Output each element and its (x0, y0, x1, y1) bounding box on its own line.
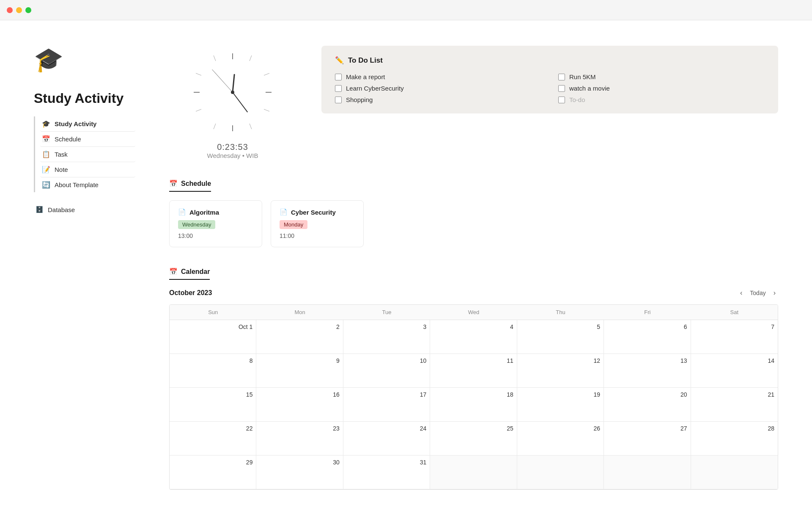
calendar-body: Oct 123456789101112131415161718192021222… (170, 320, 778, 489)
cal-cell-4[interactable]: 4 (430, 320, 517, 354)
clock-container: 0:23:53 Wednesday • WIB (169, 46, 296, 159)
titlebar (0, 0, 812, 20)
clock-time: 0:23:53 (217, 142, 248, 152)
sidebar-item-study-activity[interactable]: 🎓 Study Activity (40, 116, 135, 132)
day-name-thu: Thu (517, 305, 604, 320)
todo-label: watch a movie (569, 85, 610, 92)
cal-cell-17[interactable]: 17 (343, 388, 430, 422)
cal-date-number: 19 (521, 391, 600, 398)
clock-day: Wednesday • WIB (207, 152, 258, 159)
cal-cell-31[interactable]: 31 (343, 456, 430, 489)
calendar-tab[interactable]: 📅 Calendar (169, 268, 210, 280)
cal-cell-13[interactable]: 13 (604, 354, 691, 388)
schedule-tab[interactable]: 📅 Schedule (169, 179, 211, 192)
card-title-label: Cyber Security (291, 209, 336, 216)
day-badge-algoritma: Wednesday (178, 220, 215, 229)
database-icon: 🗄️ (36, 206, 44, 213)
todo-label: Make a report (346, 73, 385, 80)
cal-cell-24[interactable]: 24 (343, 422, 430, 456)
cal-cell-27[interactable]: 27 (604, 422, 691, 456)
todo-label: Learn CyberSecurity (346, 85, 404, 92)
svg-line-10 (250, 124, 252, 129)
schedule-tab-label: Schedule (181, 180, 211, 188)
cal-cell-empty-end (691, 456, 778, 489)
calendar-month: October 2023 (169, 289, 212, 297)
day-name-mon: Mon (256, 305, 343, 320)
sidebar-item-label: Schedule (55, 135, 81, 143)
card-time-cyber-security: 11:00 (280, 232, 355, 239)
sidebar-database[interactable]: 🗄️ Database (34, 202, 135, 217)
minimize-button[interactable] (16, 7, 22, 13)
todo-checkbox-run-5km[interactable] (558, 74, 565, 80)
cal-cell-2[interactable]: 2 (256, 320, 343, 354)
calendar-days-header: Sun Mon Tue Wed Thu Fri Sat (170, 305, 778, 320)
sidebar-item-about-template[interactable]: 🔄 About Template (40, 177, 135, 192)
cal-date-number: 21 (694, 391, 774, 398)
svg-line-7 (264, 109, 269, 111)
calendar-tab-icon: 📅 (169, 268, 178, 276)
clock-svg (186, 46, 279, 139)
maximize-button[interactable] (25, 7, 31, 13)
cal-cell-23[interactable]: 23 (256, 422, 343, 456)
todo-checkbox-todo[interactable] (558, 97, 565, 103)
cal-cell-16[interactable]: 16 (256, 388, 343, 422)
day-badge-cyber-security: Monday (280, 220, 307, 229)
cal-cell-14[interactable]: 14 (691, 354, 778, 388)
calendar-next-button[interactable]: › (771, 288, 778, 298)
cal-cell-1[interactable]: Oct 1 (170, 320, 256, 354)
cal-cell-22[interactable]: 22 (170, 422, 256, 456)
cal-cell-28[interactable]: 28 (691, 422, 778, 456)
sidebar-item-label: About Template (55, 181, 99, 188)
cal-cell-8[interactable]: 8 (170, 354, 256, 388)
cal-cell-30[interactable]: 30 (256, 456, 343, 489)
todo-panel: ✏️ To Do List Make a report Run 5KM Lear… (321, 46, 778, 113)
todo-item-run-5km: Run 5KM (558, 73, 765, 80)
todo-checkbox-shopping[interactable] (335, 97, 342, 103)
note-icon: 📝 (42, 166, 50, 174)
cal-cell-29[interactable]: 29 (170, 456, 256, 489)
sidebar-title: Study Activity (34, 91, 135, 106)
cal-date-number: 5 (521, 323, 600, 330)
todo-grid: Make a report Run 5KM Learn CyberSecurit… (335, 73, 765, 103)
sidebar-item-note[interactable]: 📝 Note (40, 162, 135, 177)
cal-cell-10[interactable]: 10 (343, 354, 430, 388)
cal-cell-12[interactable]: 12 (517, 354, 604, 388)
cal-date-number: 31 (347, 459, 426, 466)
cal-cell-9[interactable]: 9 (256, 354, 343, 388)
cal-cell-3[interactable]: 3 (343, 320, 430, 354)
cal-date-number: 26 (521, 425, 600, 432)
cal-cell-19[interactable]: 19 (517, 388, 604, 422)
sidebar-item-schedule[interactable]: 📅 Schedule (40, 132, 135, 147)
cal-cell-15[interactable]: 15 (170, 388, 256, 422)
schedule-icon: 📅 (42, 135, 50, 143)
day-name-sat: Sat (691, 305, 778, 320)
svg-line-9 (196, 109, 201, 111)
cal-date-number: 18 (433, 391, 513, 398)
day-name-sun: Sun (170, 305, 256, 320)
cal-cell-7[interactable]: 7 (691, 320, 778, 354)
cal-cell-6[interactable]: 6 (604, 320, 691, 354)
about-icon: 🔄 (42, 181, 50, 189)
cal-cell-21[interactable]: 21 (691, 388, 778, 422)
sidebar-item-task[interactable]: 📋 Task (40, 147, 135, 162)
todo-item-make-report: Make a report (335, 73, 541, 80)
cal-cell-26[interactable]: 26 (517, 422, 604, 456)
todo-checkbox-make-report[interactable] (335, 74, 342, 80)
main-content: 0:23:53 Wednesday • WIB ✏️ To Do List Ma… (152, 46, 778, 490)
cal-date-number: Oct 1 (173, 323, 252, 330)
sidebar-nav: 🎓 Study Activity 📅 Schedule 📋 Task 📝 Not… (34, 116, 135, 192)
cal-cell-11[interactable]: 11 (430, 354, 517, 388)
cal-cell-25[interactable]: 25 (430, 422, 517, 456)
todo-checkbox-learn-cybersecurity[interactable] (335, 85, 342, 92)
sidebar: 🎓 Study Activity 🎓 Study Activity 📅 Sche… (34, 46, 152, 490)
schedule-cards: 📄 Algoritma Wednesday 13:00 📄 Cyber Secu… (169, 200, 778, 247)
close-button[interactable] (7, 7, 13, 13)
cal-cell-18[interactable]: 18 (430, 388, 517, 422)
todo-checkbox-watch-movie[interactable] (558, 85, 565, 92)
sidebar-item-label: Study Activity (55, 120, 96, 127)
calendar-today-label[interactable]: Today (750, 290, 765, 296)
cal-cell-5[interactable]: 5 (517, 320, 604, 354)
svg-line-8 (196, 73, 201, 75)
calendar-prev-button[interactable]: ‹ (738, 288, 745, 298)
cal-cell-20[interactable]: 20 (604, 388, 691, 422)
